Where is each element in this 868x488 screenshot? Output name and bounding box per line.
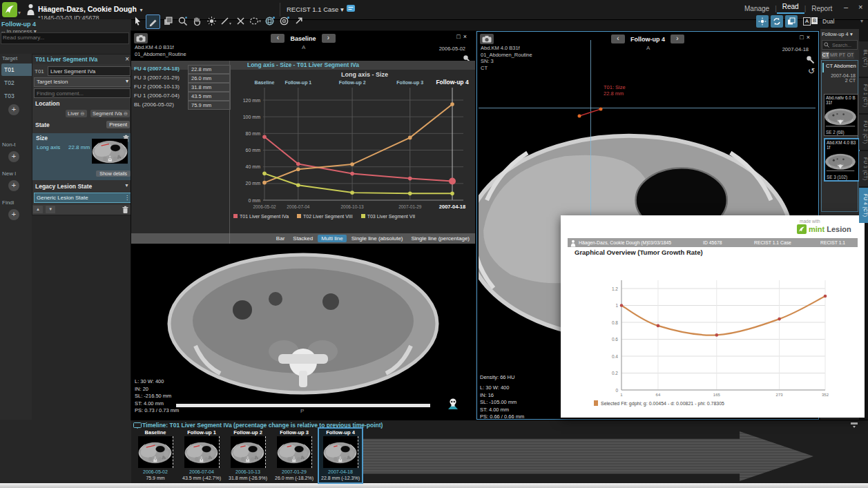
sphere-icon[interactable] [263,14,276,28]
layers-icon[interactable] [162,14,175,28]
series-search[interactable] [822,40,858,50]
lesion-class-select[interactable]: Target lesion ▾ [34,77,131,87]
series-thumb-2[interactable]: Abd.KM 4.0 B31f SE 3 (102) [824,138,860,182]
window-level-preset-icon[interactable] [756,15,769,28]
location-tag[interactable]: Segment IVa⊖ [90,110,130,117]
tab-pt[interactable]: PT [838,52,846,59]
legacy-lesion-state[interactable]: Generic Lesion State ⋮ [34,193,133,203]
roi-ellipse-icon[interactable] [249,14,262,28]
add-newlesion-button[interactable]: + [8,180,19,191]
pin-icon[interactable] [806,55,815,64]
search-input[interactable] [831,42,860,48]
move-up-button[interactable]: ▲ [33,206,43,213]
export-icon[interactable] [292,14,305,28]
camera-icon[interactable] [480,34,494,44]
remove-tag-icon[interactable]: ⊖ [124,110,128,117]
close-button[interactable]: × [858,3,862,11]
timeline-collapse-icon[interactable] [850,422,858,428]
timeline-card-baseline[interactable]: Baseline 2006-05-02 75.9 mm [134,429,177,482]
window-level-icon[interactable] [205,14,218,28]
strip-item-t03[interactable]: T03 [1,90,35,102]
mint-logo[interactable] [2,2,17,17]
chat-icon[interactable] [347,5,356,13]
strip-item-t01[interactable]: T01 [1,64,35,76]
timeline-card-fu1[interactable]: Follow-up 1 2006-07-04 43.5 mm (-42.7%) [180,429,223,482]
target-icon[interactable] [278,14,291,28]
timeline-card-fu3[interactable]: Follow-up 3 2007-01-29 26.0 mm (-18.2%) [273,429,316,482]
series-thumb-1[interactable]: Abd.nativ 6.0 B31f SE 2 (68) [824,94,858,136]
kebab-icon[interactable]: ⋮ [124,193,130,202]
add-target-button[interactable]: + [8,104,19,115]
patient-caret-icon[interactable]: ▾ [139,7,142,13]
mode-single-percentage[interactable]: Single line (percentage) [408,235,474,242]
prev-timepoint-button[interactable]: ‹ [271,34,284,43]
menu-report[interactable]: Report [806,5,838,12]
prev-timepoint-button[interactable]: ‹ [611,35,625,43]
skull-marker-icon[interactable] [447,398,459,410]
next-timepoint-button[interactable]: › [671,35,684,43]
menu-read[interactable]: Read [777,3,804,14]
pencil-icon[interactable] [146,14,160,29]
report-preview-window[interactable]: made with mintLesion Häagen-Dazs, Cookie… [561,215,865,418]
sync-icon[interactable] [771,15,783,28]
minimize-button[interactable]: – [844,3,848,11]
crosshair-horizontal[interactable] [479,108,816,108]
tab-fu4-ct[interactable]: FU 4 (CT) [859,188,868,223]
strip-item-t02[interactable]: T02 [1,77,35,89]
location-tag[interactable]: Liver⊖ [66,110,87,117]
menu-manage[interactable]: Manage [739,5,775,12]
ct-image-baseline[interactable] [142,238,465,418]
clone-layout-icon[interactable] [785,15,798,28]
measurement-row[interactable]: FU 1 (2006-07-04)43.5 mm [131,92,229,101]
finding-comment-input[interactable] [34,88,131,98]
measurement-row[interactable]: FU 4 (2007-04-18)22.8 mm [131,65,229,74]
mode-stacked[interactable]: Stacked [289,235,316,242]
tab-mr[interactable]: MR [830,52,838,59]
show-details-button[interactable]: Show details [96,170,131,177]
zoom-icon[interactable] [176,14,189,28]
line-measure-icon[interactable] [220,14,233,28]
tab-fu3-ct[interactable]: FU 3 (CT) [859,151,868,186]
measurement-row[interactable]: FU 2 (2006-10-13)31.8 mm [131,83,229,92]
remove-tag-icon[interactable]: ⊖ [80,110,84,117]
lesion-name-input[interactable] [48,66,131,76]
add-finding-button[interactable]: + [8,209,19,220]
legacy-collapse-icon[interactable]: ▼ [124,183,129,188]
pan-icon[interactable] [191,14,204,28]
next-timepoint-button[interactable]: › [322,34,336,43]
tab-ot[interactable]: OT [847,52,854,59]
move-down-button[interactable]: ▼ [46,206,55,213]
add-nontarget-button[interactable]: + [8,151,19,162]
tab-fu2-ct[interactable]: FU 2 (CT) [859,115,868,150]
timeline-card-fu2[interactable]: Follow-up 2 2006-10-13 31.8 mm (-26.9%) [226,429,269,482]
rotate-reset-icon[interactable]: ↺ [808,66,815,76]
close-icon[interactable]: × [125,55,129,63]
patient-info[interactable]: Häagen-Dazs, Cookie Dough ▾ *1845-03-03 … [38,2,142,21]
panel-caret-icon[interactable]: ▾ [860,18,863,24]
read-summary-input[interactable] [1,32,129,44]
mode-bar[interactable]: Bar [273,235,288,242]
case-selector[interactable]: RECIST 1.1 Case ▾ [287,6,344,13]
ab-compare-icon[interactable]: A B [803,17,818,26]
measurement-row[interactable]: BL (2006-05-02)75.9 mm [131,101,229,110]
viewer-window-buttons[interactable]: □× [800,34,813,41]
tab-fu1-ct[interactable]: FU 1 (CT) [859,78,868,113]
viewport-baseline[interactable]: ‹ Baseline › □× Abd.KM 4.0 B31f 01_Abdom… [131,31,475,420]
cursor-icon[interactable] [131,14,144,28]
cross-tool-icon[interactable] [234,14,247,28]
tab-ct[interactable]: CT [822,52,829,59]
tab-bl-ct[interactable]: BL (CT) [859,41,868,77]
mode-multiline[interactable]: Multi line [318,235,347,242]
browser-timepoint-select[interactable]: Follow-up 4 ▾ [820,29,859,39]
size-trend-chart[interactable]: Long axis - Size0 mm20 mm40 mm60 mm80 mm… [230,70,475,213]
measurement-row[interactable]: FU 3 (2007-01-29)26.0 mm [131,74,229,83]
camera-icon[interactable] [134,33,148,43]
study-name[interactable]: CT Abdomen [822,61,858,69]
state-badge[interactable]: Present [106,121,130,128]
viewer-window-buttons[interactable]: □× [456,33,470,40]
timeline-card-fu4[interactable]: Follow-up 4 2007-04-18 22.8 mm (-12.3%) [319,429,362,482]
mode-single-absolute[interactable]: Single line (absolute) [348,235,407,242]
trash-icon[interactable] [122,206,129,214]
size-thumbnail[interactable] [92,135,128,168]
measurement-annotation-line[interactable] [567,94,622,121]
